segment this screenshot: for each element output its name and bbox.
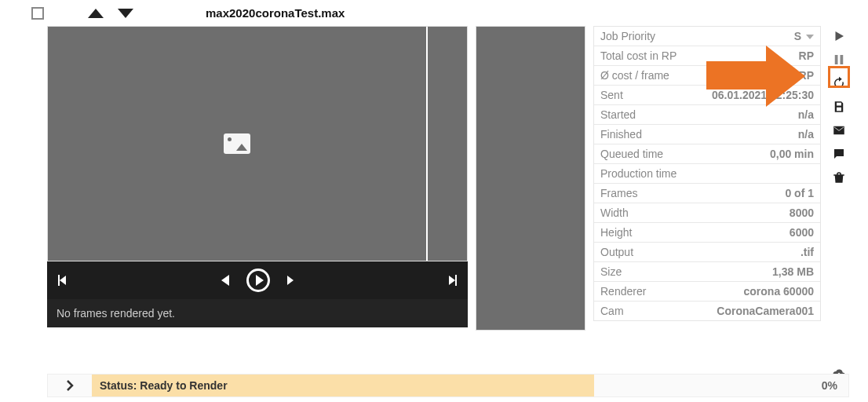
info-row: CamCoronaCamera001 <box>594 302 820 320</box>
info-row: Finishedn/a <box>594 125 820 144</box>
info-label: Size <box>600 265 622 278</box>
thumbnail-strip <box>476 26 585 331</box>
info-value: 0 of 1 <box>785 187 814 199</box>
chat-action-icon[interactable] <box>830 145 848 163</box>
arrow-up-icon[interactable] <box>88 9 104 18</box>
info-label: Height <box>600 226 632 239</box>
svg-rect-1 <box>841 55 844 64</box>
status-percent: 0% <box>822 379 848 392</box>
info-row: Total cost in RPRP <box>594 46 820 66</box>
info-value: n/a <box>798 108 814 121</box>
dropdown-icon[interactable] <box>806 35 814 39</box>
info-label: Output <box>600 246 633 258</box>
prev-frame-icon[interactable] <box>221 275 229 286</box>
arrow-down-icon[interactable] <box>118 9 133 18</box>
info-row: Renderercorona 60000 <box>594 282 820 302</box>
next-frame-icon[interactable] <box>287 276 294 285</box>
info-row: Production time <box>594 164 820 184</box>
info-value: n/a <box>798 128 814 141</box>
preview-column: No frames rendered yet. <box>47 26 468 382</box>
info-row: Size1,38 MB <box>594 262 820 282</box>
info-row: Ø cost / frame0,00 RP <box>594 66 820 86</box>
info-value: 8000 <box>790 206 814 219</box>
skip-last-icon[interactable] <box>449 275 457 286</box>
info-label: Frames <box>600 187 637 199</box>
header-row: max2020coronaTest.max <box>0 0 868 26</box>
job-filename: max2020coronaTest.max <box>206 6 345 20</box>
play-button[interactable] <box>246 269 270 292</box>
info-value: 6000 <box>790 226 814 239</box>
info-value: 0,00 RP <box>774 69 814 82</box>
info-value: CoronaCamera001 <box>717 305 814 317</box>
info-label: Cam <box>600 305 624 317</box>
refresh-action-icon[interactable] <box>830 75 848 92</box>
info-row: Frames0 of 1 <box>594 184 820 203</box>
info-row: Output.tif <box>594 243 820 262</box>
skip-first-icon[interactable] <box>58 275 66 286</box>
delete-action-icon[interactable] <box>830 169 848 186</box>
player-bar <box>47 261 468 299</box>
preview-status: No frames rendered yet. <box>47 299 468 327</box>
info-label: Width <box>600 206 629 219</box>
info-value: RP <box>799 49 814 62</box>
info-value: S <box>794 30 814 42</box>
save-action-icon[interactable] <box>830 98 848 115</box>
status-expand-icon[interactable] <box>48 375 92 397</box>
info-row[interactable]: Job PriorityS <box>594 27 820 46</box>
info-value: 06.01.2021 12:25:30 <box>712 89 814 101</box>
info-label: Queued time <box>600 148 663 160</box>
info-row: Height6000 <box>594 223 820 243</box>
svg-rect-0 <box>835 55 838 64</box>
info-label: Finished <box>600 128 642 141</box>
info-row: Width8000 <box>594 203 820 223</box>
info-label: Sent <box>600 89 623 101</box>
info-row: Sent06.01.2021 12:25:30 <box>594 86 820 105</box>
status-bar: Status: Ready to Render 0% <box>47 374 849 397</box>
info-value: .tif <box>801 246 814 258</box>
status-text: Status: Ready to Render <box>92 375 594 397</box>
info-value: corona 60000 <box>744 285 815 298</box>
job-info-panel: Job PrioritySTotal cost in RPRPØ cost / … <box>593 26 821 321</box>
pause-action-icon[interactable] <box>830 51 848 68</box>
preview-box <box>47 26 468 261</box>
select-checkbox[interactable] <box>31 7 44 20</box>
info-label: Job Priority <box>600 30 655 42</box>
sort-arrows <box>88 9 133 18</box>
info-label: Ø cost / frame <box>600 69 669 82</box>
info-label: Total cost in RP <box>600 49 677 62</box>
preview-side-strip <box>426 27 467 261</box>
info-label: Production time <box>600 167 677 180</box>
action-toolbar <box>829 26 849 382</box>
info-row: Queued time0,00 min <box>594 144 820 164</box>
info-label: Renderer <box>600 285 646 298</box>
mail-action-icon[interactable] <box>830 122 848 139</box>
info-row: Startedn/a <box>594 105 820 125</box>
info-value: 0,00 min <box>770 148 814 160</box>
info-value: 1,38 MB <box>772 265 814 278</box>
image-placeholder-icon <box>224 133 250 154</box>
play-action-icon[interactable] <box>830 27 848 45</box>
info-label: Started <box>600 108 636 121</box>
